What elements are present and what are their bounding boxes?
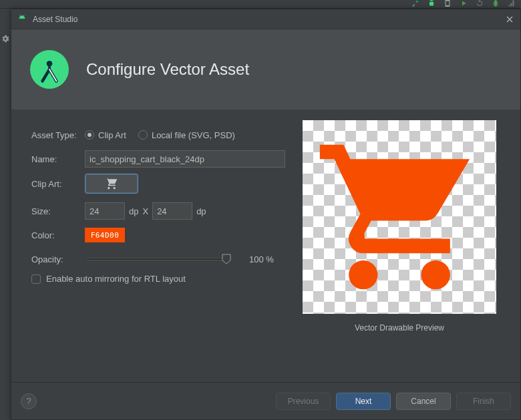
size-unit-h: dp [196,206,206,216]
radio-clip-art[interactable]: Clip Art [85,130,126,140]
form-panel: Asset Type: Clip Art Local file (SVG, PS… [31,126,299,375]
rtl-mirroring-checkbox[interactable] [31,274,41,284]
size-unit-w: dp [129,206,138,216]
radio-clip-art-label: Clip Art [98,130,126,140]
shopping-cart-icon [313,130,486,304]
dialog-title: Asset Studio [33,15,504,24]
cancel-button[interactable]: Cancel [396,393,451,410]
color-swatch[interactable]: F64D00 [85,228,125,242]
dialog-titlebar: Asset Studio [11,9,520,29]
slider-thumb-icon[interactable] [222,254,231,264]
help-icon: ? [26,396,31,406]
profiler-icon[interactable] [506,0,517,9]
name-label: Name: [31,154,85,164]
android-head-icon [17,14,27,25]
preview-canvas [303,120,496,314]
header-title: Configure Vector Asset [86,60,249,79]
hammer-icon[interactable] [410,0,421,9]
ide-toolbar [0,0,521,9]
color-label: Color: [31,230,85,240]
size-height-input[interactable] [152,202,192,220]
opacity-label: Opacity: [31,254,85,264]
gear-icon[interactable] [1,34,10,43]
rtl-mirroring-label: Enable auto mirroring for RTL layout [46,274,186,284]
radio-local-file[interactable]: Local file (SVG, PSD) [138,130,235,140]
opacity-slider[interactable] [88,258,228,260]
dialog-header: Configure Vector Asset [11,29,520,110]
run-icon[interactable] [458,0,469,9]
asset-type-label: Asset Type: [31,130,85,140]
radio-indicator-icon [138,130,148,140]
next-button[interactable]: Next [336,393,391,410]
clipart-picker-button[interactable] [85,174,138,194]
shopping-cart-icon [105,177,118,190]
preview-label: Vector Drawable Preview [355,323,444,333]
asset-studio-dialog: Asset Studio Configure Vector Asset Asse… [11,9,521,420]
app-module-icon[interactable] [426,0,437,9]
preview-panel: Vector Drawable Preview [299,126,500,375]
opacity-value: 100 % [249,254,274,264]
previous-button[interactable]: Previous [276,393,331,410]
finish-button[interactable]: Finish [456,393,511,410]
name-input[interactable] [85,150,285,168]
radio-local-file-label: Local file (SVG, PSD) [152,130,235,140]
color-hex-text: F64D00 [91,231,120,240]
ide-left-gutter [0,9,11,420]
dialog-footer: ? Previous Next Cancel Finish [11,382,520,419]
size-x-separator: X [142,206,148,216]
android-studio-logo-icon [30,50,69,89]
help-button[interactable]: ? [21,393,37,409]
radio-indicator-icon [85,130,94,140]
apply-changes-icon[interactable] [474,0,485,9]
size-width-input[interactable] [85,202,125,220]
clipart-label: Clip Art: [31,179,85,189]
device-icon[interactable] [442,0,453,9]
size-label: Size: [31,206,85,216]
close-icon[interactable] [504,14,515,25]
debug-icon[interactable] [490,0,501,9]
